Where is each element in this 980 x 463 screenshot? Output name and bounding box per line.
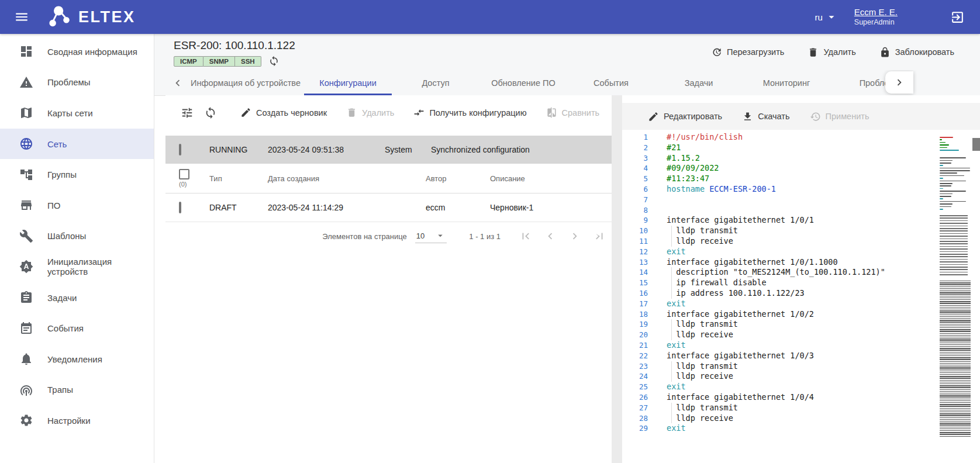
selected-count: (0) [179,181,187,188]
line-number: 29 [622,423,648,434]
editor-minimap[interactable] [940,137,972,437]
tabbar: Информация об устройствеКонфигурацииДост… [154,70,980,96]
pencil-icon [648,111,659,122]
row-created: 2023-05-24 11:14:29 [268,203,426,212]
editor-edit-button[interactable]: Редактировать [648,111,722,122]
swap-icon [413,107,425,118]
page-size-select[interactable]: 10 [415,229,447,243]
tab-device-info[interactable]: Информация об устройстве [187,70,304,95]
panel-splitter[interactable] [612,95,622,463]
select-all-checkbox[interactable] [179,169,189,179]
sidebar-item-software[interactable]: ПО [0,190,154,221]
editor-download-button[interactable]: Скачать [742,111,789,122]
chev_right-icon [568,230,581,243]
eltex-logo[interactable]: ELTEX [48,5,136,29]
sidebar-item-notifications[interactable]: Уведомления [0,344,154,375]
line-number: 3 [622,153,648,164]
logout-button[interactable] [949,9,966,26]
tab-configurations[interactable]: Конфигурации [304,70,392,95]
device-action-delete[interactable]: Удалить [808,47,855,58]
row-checkbox[interactable] [179,202,181,213]
editor-line: 21exit [622,340,980,351]
sidebar-item-tasks[interactable]: Задачи [0,282,154,313]
chev_left-icon [171,77,184,89]
refresh-list-button[interactable] [202,104,219,122]
device-action-block[interactable]: Заблокировать [879,47,954,58]
map-icon [19,106,33,120]
sidebar-item-network[interactable]: Сеть [0,129,154,160]
column-created: Дата создания [268,174,426,183]
code-token: lldp receive [667,371,733,381]
code-token: lldp transmit [667,403,738,412]
sidebar-item-label: ПО [47,201,60,210]
status-sync-icon[interactable] [268,56,279,67]
sidebar-item-groups[interactable]: Группы [0,159,154,190]
device-action-label: Перезагрузить [727,47,784,57]
sidebar-item-device-init[interactable]: Инициализация устройств [0,251,154,282]
minimap-line [940,150,959,151]
config-fetch-config-button[interactable]: Получить конфигурацию [413,107,526,118]
tab-firmware-update[interactable]: Обновление ПО [479,70,567,95]
sidebar-item-events[interactable]: События [0,313,154,344]
device-action-reboot[interactable]: Перезагрузить [711,47,784,58]
minimap-overflow [940,215,968,276]
gear-icon [19,413,33,427]
device-action-label: Заблокировать [895,47,954,57]
language-selector[interactable]: ru [815,11,837,23]
editor-line: 9interface gigabitethernet 1/0/1 [622,215,980,226]
tab-tasks[interactable]: Задачи [655,70,743,95]
sidebar-item-traps[interactable]: Трапы [0,375,154,406]
code-editor[interactable]: 1#!/usr/bin/clish2#213#1.15.24#09/09/202… [622,130,980,463]
config-button-label: Получить конфигурацию [429,108,526,118]
autoinit-icon [19,260,33,274]
code-token: description "to_MES2124M_(to_100.110.1.1… [667,267,885,277]
brand-name: ELTEX [78,8,136,26]
line-number: 21 [622,340,648,351]
tab-access[interactable]: Доступ [392,70,479,95]
minimap-overflow [940,281,971,437]
next-page-button [567,229,582,244]
code-token: lldp transmit [667,226,738,235]
table-row[interactable]: DRAFT 2023-05-24 11:14:29 eccm Черновик-… [165,194,612,222]
podcasts-icon [19,383,33,397]
filter-button[interactable] [178,104,196,122]
editor-line: 29exit [622,423,980,434]
minimap-line [940,157,966,158]
user-menu[interactable]: Eccm E. E. SuperAdmin [854,7,898,27]
line-number: 2 [622,143,648,153]
sidebar-item-network-maps[interactable]: Карты сети [0,98,154,129]
tabs-scroll-left-button[interactable] [168,70,187,95]
config-create-draft-button[interactable]: Создать черновик [240,107,327,118]
sidebar-item-templates[interactable]: Шаблоны [0,221,154,252]
code-token: ip address 100.110.1.122/23 [667,288,805,298]
line-number: 14 [622,267,648,278]
menu-icon [14,9,29,25]
line-number: 10 [622,226,648,236]
code-token: lldp receive [667,236,733,246]
user-name: Eccm E. E. [854,7,898,18]
minimap-line [940,203,953,205]
editor-line: 15 ip firewall disable [622,278,980,288]
line-number: 20 [622,330,648,340]
editor-line: 6hostname ECCM-ESR-200-1 [622,184,980,195]
running-config-row[interactable]: RUNNING 2023-05-24 09:51:38 System Synch… [165,136,612,164]
page-title: ESR-200: 100.110.1.122 [174,39,295,52]
line-number: 25 [622,382,648,392]
sidebar-item-summary[interactable]: Сводная информация [0,36,154,67]
tab-events[interactable]: События [567,70,655,95]
tabs-scroll-right-button[interactable] [885,71,913,94]
minimap-line [940,172,957,174]
sidebar-item-settings[interactable]: Настройки [0,405,154,436]
line-number: 19 [622,319,648,330]
minimap-line [940,183,953,184]
last-page-button [592,229,607,244]
running-row-checkbox[interactable] [179,144,181,156]
sidebar-item-problems[interactable]: Проблемы [0,67,154,98]
minimap-line [940,209,943,210]
sidebar-item-label: Группы [47,170,77,179]
code-token: lldp receive [667,330,733,339]
editor-scrollbar-thumb[interactable] [972,138,980,151]
tab-monitoring[interactable]: Мониторинг [743,70,830,95]
menu-button[interactable] [12,7,32,27]
line-number: 16 [622,288,648,299]
